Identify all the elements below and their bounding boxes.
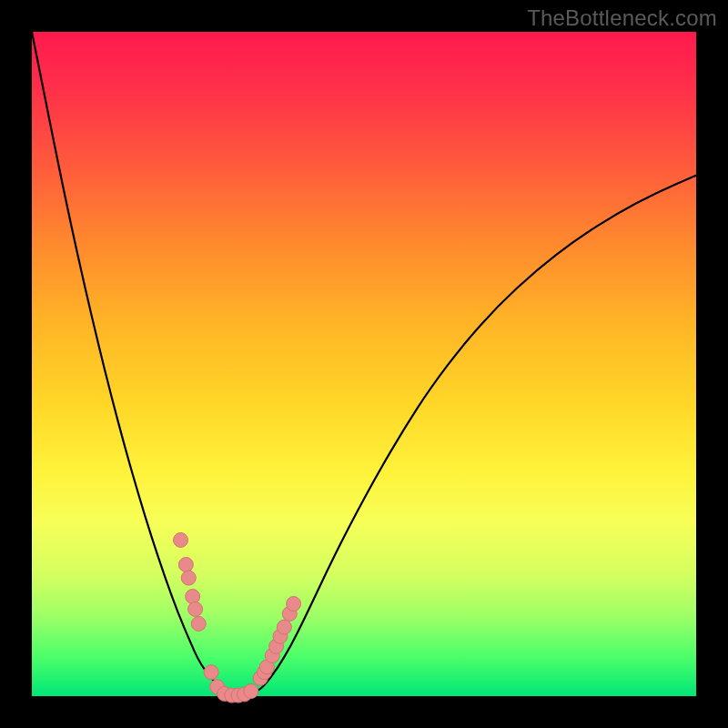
watermark-text: TheBottleneck.com bbox=[527, 5, 717, 31]
data-marker bbox=[186, 590, 200, 604]
data-marker bbox=[204, 665, 218, 680]
data-marker bbox=[188, 602, 203, 616]
data-marker bbox=[191, 616, 206, 631]
data-marker bbox=[181, 571, 196, 585]
bottleneck-curve bbox=[32, 32, 696, 695]
data-marker bbox=[174, 532, 188, 547]
data-marker bbox=[287, 597, 301, 612]
data-marker bbox=[277, 620, 291, 634]
data-marker bbox=[244, 684, 258, 699]
chart-frame: TheBottleneck.com bbox=[0, 0, 728, 728]
chart-svg bbox=[32, 32, 696, 696]
data-marker bbox=[178, 557, 193, 571]
plot-area bbox=[32, 32, 696, 696]
data-markers bbox=[174, 532, 301, 703]
